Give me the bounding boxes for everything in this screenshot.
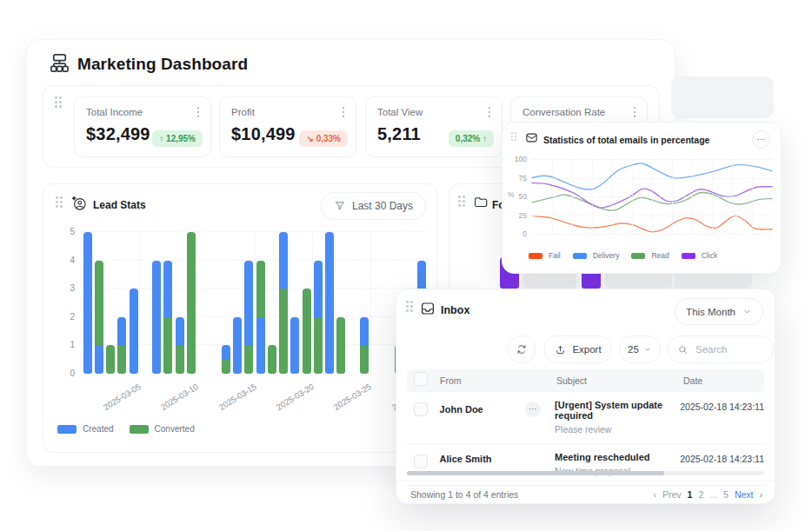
- row-checkbox[interactable]: [414, 402, 428, 416]
- search-input-wrapper[interactable]: [668, 335, 774, 363]
- inbox-icon: [420, 301, 436, 316]
- bar-segment-converted: [176, 345, 184, 374]
- search-input[interactable]: [694, 343, 758, 355]
- drag-handle-icon[interactable]: [55, 96, 62, 108]
- bar: [268, 345, 276, 374]
- pagination-next-chevron[interactable]: ›: [760, 489, 763, 500]
- table-row[interactable]: John Doe⋯[Urgent] System update required…: [407, 391, 764, 443]
- gridline: [255, 232, 256, 374]
- pagination-prev[interactable]: Prev: [662, 489, 682, 500]
- bar-segment-converted: [95, 261, 103, 346]
- scrollbar-thumb[interactable]: [407, 471, 664, 475]
- stat-card-total-view: Total View 5,211 0,32% ↑: [365, 96, 503, 157]
- y-axis-label: 5: [59, 227, 75, 236]
- pagination-page-2[interactable]: 2: [698, 489, 703, 500]
- bar-segment-created: [176, 317, 184, 346]
- search-icon: [677, 344, 689, 355]
- drag-handle-icon[interactable]: [56, 196, 63, 208]
- bar: [222, 345, 230, 374]
- legend-item: Created: [57, 424, 114, 434]
- date-filter-label: Last 30 Days: [352, 200, 413, 212]
- bar-segment-created: [117, 317, 126, 346]
- bar: [176, 317, 184, 374]
- bar-segment-converted: [314, 317, 323, 374]
- checkbox-cell: [407, 400, 440, 420]
- legend-label: Delivery: [593, 251, 620, 260]
- bar: [233, 317, 242, 374]
- legend-item: Click: [682, 251, 717, 260]
- legend-label: Converted: [155, 424, 195, 434]
- y-axis-label: 0: [59, 368, 75, 378]
- y-axis-label: 3: [59, 283, 75, 293]
- y-axis-label: 1: [59, 340, 75, 349]
- bar: [95, 261, 103, 374]
- bar: [106, 345, 115, 374]
- page-title: Marketing Dashboard: [77, 55, 248, 74]
- date-filter-button[interactable]: Last 30 Days: [321, 192, 426, 220]
- table-header-row: From Subject Date: [407, 369, 764, 391]
- pagination-page-1[interactable]: 1: [688, 489, 693, 500]
- more-menu-icon[interactable]: [752, 130, 770, 149]
- kebab-menu-icon[interactable]: [191, 104, 205, 120]
- y-axis-label: 50: [509, 192, 527, 201]
- date-cell: 2025-02-18 14:23:11: [680, 452, 764, 464]
- page-size-dropdown[interactable]: 25: [619, 335, 661, 363]
- bar: [187, 232, 196, 374]
- gridline: [672, 159, 673, 234]
- chevron-down-icon: [643, 345, 652, 354]
- export-button[interactable]: Export: [544, 335, 612, 363]
- row-checkbox[interactable]: [414, 455, 428, 468]
- kebab-menu-icon[interactable]: [628, 104, 642, 120]
- funnel-icon: [334, 200, 346, 212]
- pagination-next[interactable]: Next: [735, 489, 754, 500]
- checkbox-cell: [407, 452, 440, 472]
- bar: [314, 261, 323, 374]
- drag-handle-icon[interactable]: [458, 196, 465, 207]
- legend-item: Converted: [130, 424, 195, 434]
- gridline: [592, 159, 593, 234]
- stat-value: $32,499: [86, 124, 150, 144]
- sender-name: John Doe: [440, 404, 483, 415]
- folder-icon: [473, 195, 489, 210]
- horizontal-scrollbar[interactable]: [407, 471, 764, 475]
- export-icon: [555, 344, 566, 355]
- gridline: [572, 159, 573, 234]
- trend-badge: ↑ 12,95%: [152, 130, 203, 147]
- pagination-page-5[interactable]: 5: [723, 489, 729, 500]
- stat-value: $10,499: [231, 124, 296, 144]
- gridline: [197, 232, 198, 374]
- bar-segment-created: [290, 317, 299, 374]
- sender-name: Alice Smith: [440, 454, 492, 464]
- table-row[interactable]: Alice SmithMeeting rescheduledNew time p…: [407, 443, 764, 486]
- lead-stats-widget: Lead Stats Last 30 Days 0123452025-03-05…: [43, 183, 437, 453]
- legend-swatch: [57, 425, 77, 434]
- drag-handle-icon[interactable]: [406, 301, 413, 312]
- month-filter-dropdown[interactable]: This Month: [675, 298, 763, 325]
- widget-title: Statistics of total emails in percentage: [543, 135, 709, 145]
- bar-segment-converted: [256, 261, 265, 317]
- bar-segment-created: [83, 232, 92, 374]
- gridline: [732, 159, 733, 234]
- legend-item: Delivery: [573, 251, 620, 260]
- bar-segment-created: [325, 232, 334, 374]
- legend-label: Fail: [549, 251, 561, 260]
- row-actions-button[interactable]: ⋯: [525, 402, 541, 417]
- page-size-value: 25: [628, 344, 639, 355]
- kebab-menu-icon[interactable]: [336, 104, 350, 120]
- kebab-menu-icon[interactable]: [483, 104, 496, 120]
- select-all-checkbox[interactable]: [414, 372, 428, 386]
- bar: [279, 232, 288, 374]
- bar: [336, 317, 345, 374]
- email-stats-widget: Statistics of total emails in percentage…: [502, 122, 782, 274]
- bar-segment-converted: [222, 360, 230, 374]
- table-footer: Showing 1 to 4 of 4 entries ‹Prev12...5N…: [396, 481, 775, 504]
- subject-cell: [Urgent] System update requiredPlease re…: [555, 400, 680, 435]
- legend-swatch: [529, 253, 542, 259]
- drag-handle-icon[interactable]: [511, 132, 516, 141]
- trend-badge: ↘ 0,33%: [299, 130, 348, 147]
- y-axis-label: 25: [509, 211, 527, 220]
- refresh-button[interactable]: [508, 335, 536, 363]
- gridline: [532, 234, 772, 235]
- y-axis-label: 0: [509, 229, 527, 238]
- pagination-prev-chevron[interactable]: ‹: [654, 489, 657, 500]
